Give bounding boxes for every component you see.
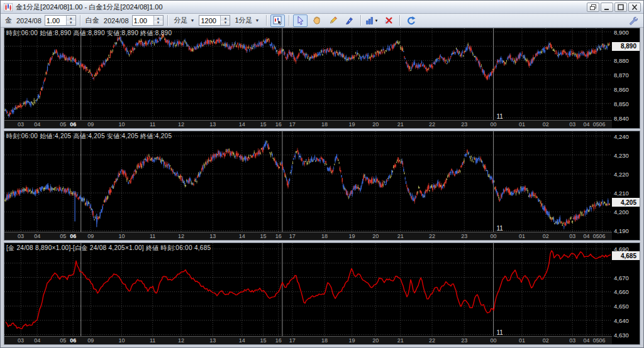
x-tick-label: 05 [60,121,66,128]
chart-panel-spread: [金 24/08 8,890×1.00]-[白金 24/08 4,205×1.0… [4,242,640,345]
x-tick-label: 14 [239,337,245,344]
chart-canvas[interactable] [4,243,612,336]
x-tick-label: 21 [397,233,404,239]
pen-annotate-tool-button[interactable] [342,14,357,27]
pen-icon [345,16,354,25]
x-tick-label: 03 [18,121,24,128]
x-tick-label: 01 [519,121,525,128]
bar-count-down-button[interactable]: ▼ [221,21,230,26]
pan-hand-tool-button[interactable] [309,14,324,27]
gold-multiplier-down-button[interactable]: ▼ [67,21,75,26]
y-tick-label: 8,870 [614,72,629,79]
x-tick-label: 19 [349,337,355,344]
x-tick-label: 18 [321,121,328,128]
gold-multiplier-input[interactable] [45,16,66,25]
x-tick-label: 09 [87,337,94,344]
x-tick-label: 03 [569,233,575,239]
x-tick-label: 19 [349,233,355,239]
maximize-button[interactable] [614,3,627,12]
x-tick-label: 03 [18,337,24,344]
minimize-button[interactable] [601,3,613,12]
x-tick-label: 06 [70,233,76,239]
bar-type-label: 分足 [174,16,188,25]
hand-icon [312,16,321,25]
x-tick-label: 04 [583,121,589,128]
pencil-draw-tool-button[interactable] [326,14,340,27]
platinum-price-axis: 4,205 4,2404,2304,2204,2104,2004,190 [612,131,640,240]
interval-dropdown[interactable]: 1分足 ▼ [232,16,262,25]
x-tick-label: 12 [178,121,184,128]
x-tick-label: 15 [260,337,267,344]
y-tick-label: 8,860 [614,86,629,93]
titlebar[interactable]: 金1分足[2024/08]1.00 - 白金1分足[2024/08]1.00 [1,1,643,14]
x-tick-label: 15 [260,121,267,128]
chart-cursor-tool-button[interactable] [270,14,285,27]
pointer-icon [296,16,304,25]
float-window-button[interactable] [587,3,599,12]
chart-panel-platinum: 時刻:06:00 始値:4,205 高値:4,205 安値:4,205 終値:4… [4,131,640,241]
spread-chart-plot[interactable]: [金 24/08 8,890×1.00]-[白金 24/08 4,205×1.0… [4,243,612,336]
gold-price-axis: 8,890 8,9008,8808,8708,8608,8508,840 [612,28,640,128]
platinum-multiplier-up-button[interactable]: ▲ [154,16,163,21]
platinum-chart-info: 時刻:06:00 始値:4,205 高値:4,205 安値:4,205 終値:4… [6,132,172,141]
bar-count-input[interactable] [199,16,220,25]
x-tick-label: 05 [60,337,66,344]
x-tick-label: 17 [289,121,296,128]
x-tick-label: 20 [372,233,379,239]
chart-canvas[interactable] [4,28,612,120]
gold-multiplier-up-button[interactable]: ▲ [67,16,75,21]
chart-type-button[interactable]: ▼ [365,14,379,27]
settings-wrench-button[interactable] [626,14,640,27]
x-tick-label: 23 [461,337,467,344]
x-tick-label: 21 [397,121,404,128]
x-tick-label: 04 [34,337,40,344]
y-tick-label: 4,190 [614,227,629,234]
bar-type-dropdown[interactable]: 分足 ▼ [172,16,197,25]
bar-count-spinner: ▲ ▼ [199,15,230,26]
toolbar-separator [167,15,168,26]
y-tick-label: 8,840 [614,115,629,122]
y-tick-label: 4,670 [614,275,629,281]
y-tick-label: 4,210 [614,190,629,197]
platinum-current-price-box: 4,205 [612,198,640,207]
x-tick-label: 00 [491,337,497,344]
x-tick-label: 16 [275,121,282,128]
x-tick-label: 06 [70,337,76,344]
delete-drawings-button[interactable] [381,14,396,27]
y-tick-label: 8,880 [614,57,629,64]
x-tick-label: 22 [429,121,435,128]
gold-chart-info: 時刻:06:00 始値:8,890 高値:8,890 安値:8,890 終値:8… [6,29,172,38]
bar-count-up-button[interactable]: ▲ [221,16,230,21]
x-tick-label: 16 [275,233,282,239]
close-button[interactable] [628,3,641,12]
gold-chart-plot[interactable]: 時刻:06:00 始値:8,890 高値:8,890 安値:8,890 終値:8… [4,28,612,120]
x-tick-label: 20 [372,121,379,128]
x-tick-label: 02 [543,121,549,128]
x-tick-label: 10 [118,233,125,239]
platinum-time-axis: 0304050609101112131415161718192021222300… [4,232,612,240]
chevron-down-icon: ▼ [255,18,260,23]
x-tick-label: 06 [599,337,606,344]
bar-chart-icon [365,16,374,25]
x-tick-label: 05 [60,233,66,239]
interval-label: 1分足 [235,16,252,25]
platinum-multiplier-input[interactable] [133,16,153,25]
toolbar-separator [266,15,267,26]
x-tick-label: 02 [543,233,549,239]
spread-chart-info: [金 24/08 8,890×1.00]-[白金 24/08 4,205×1.0… [6,244,211,253]
date-label: 11 [497,225,503,232]
app-icon [3,3,13,11]
window-title: 金1分足[2024/08]1.00 - 白金1分足[2024/08]1.00 [16,3,587,12]
x-tick-label: 11 [150,337,155,344]
x-tick-label: 01 [519,233,525,239]
platinum-chart-plot[interactable]: 時刻:06:00 始値:4,205 高値:4,205 安値:4,205 終値:4… [4,131,612,232]
refresh-button[interactable] [404,14,418,27]
pointer-tool-button[interactable] [293,14,308,27]
chart-canvas[interactable] [4,131,612,232]
spread-time-axis: 0304050609101112131415161718192021222300… [4,336,612,344]
pencil-icon [328,16,338,25]
x-tick-label: 06 [599,121,606,128]
x-tick-label: 13 [209,337,216,344]
platinum-multiplier-down-button[interactable]: ▼ [154,21,163,26]
wrench-icon [628,16,638,25]
